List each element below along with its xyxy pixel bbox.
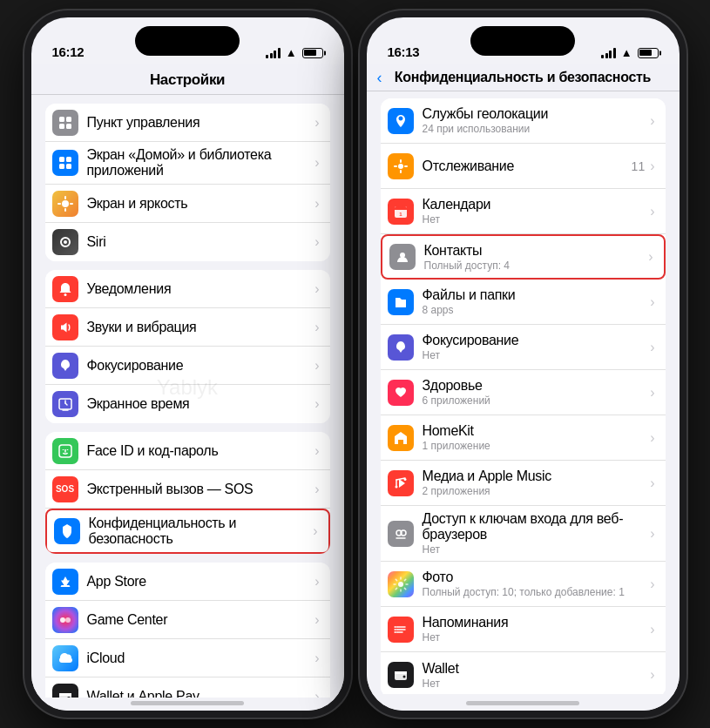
settings-item-notifications[interactable]: Уведомления › xyxy=(45,270,330,308)
privacy-item-wallet[interactable]: Wallet Нет › xyxy=(381,652,666,694)
dynamic-island-left xyxy=(135,26,240,56)
svg-rect-3 xyxy=(66,124,71,129)
settings-item-face-id[interactable]: Face ID и код-пароль › xyxy=(45,432,330,470)
settings-item-wallet[interactable]: Wallet и Apple Pay › xyxy=(45,677,330,698)
tracking-icon xyxy=(388,153,414,179)
page-title-left: Настройки xyxy=(45,71,330,89)
svg-point-8 xyxy=(62,200,69,207)
settings-group-4: App Store › Game Center › xyxy=(45,563,330,698)
settings-item-siri[interactable]: Siri › xyxy=(45,223,330,261)
svg-point-38 xyxy=(403,478,406,481)
settings-item-focus[interactable]: Фокусирование › xyxy=(45,347,330,385)
svg-rect-30 xyxy=(395,208,407,210)
phone-right: 16:13 ▲ ‹ Конфиденциальность и безопасно… xyxy=(360,10,686,718)
settings-item-sounds[interactable]: Звуки и вибрация › xyxy=(45,308,330,347)
svg-point-15 xyxy=(64,293,66,296)
svg-rect-6 xyxy=(59,164,64,169)
appstore-icon xyxy=(52,569,78,595)
media-icon xyxy=(388,470,414,496)
privacy-item-tracking[interactable]: Отслеживание 11 › xyxy=(381,144,666,189)
health-icon xyxy=(388,380,414,406)
control-center-icon xyxy=(52,110,78,136)
settings-list[interactable]: Пункт управления › Экран «Домо xyxy=(31,95,344,698)
settings-item-icloud[interactable]: iCloud › xyxy=(45,639,330,677)
settings-item-privacy[interactable]: Конфиденциальность и безопасность › xyxy=(45,509,330,554)
photos-icon xyxy=(388,571,414,597)
svg-rect-7 xyxy=(66,164,71,169)
settings-group-3: Face ID и код-пароль › SOS Экстренный вы… xyxy=(45,432,330,554)
home-screen-icon xyxy=(52,150,78,176)
signal-right xyxy=(601,48,616,58)
svg-point-47 xyxy=(394,629,396,630)
privacy-item-reminders[interactable]: Напоминания Нет › xyxy=(381,607,666,652)
privacy-item-photos[interactable]: Фото Полный доступ: 10; только добавлени… xyxy=(381,562,666,607)
privacy-icon xyxy=(54,518,80,544)
privacy-list[interactable]: Службы геолокации 24 при использовании › xyxy=(367,91,680,694)
wifi-left: ▲ xyxy=(286,46,297,59)
sounds-icon xyxy=(52,314,78,340)
settings-item-gamecenter[interactable]: Game Center › xyxy=(45,601,330,639)
settings-group-2: Уведомления › Звуки и вибрация › xyxy=(45,270,330,423)
nav-bar-right: ‹ Конфиденциальность и безопасность xyxy=(367,64,680,91)
home-indicator-right xyxy=(466,701,579,705)
privacy-item-calendars[interactable]: 1 Календари Нет › xyxy=(381,189,666,234)
svg-rect-5 xyxy=(66,157,71,162)
files-icon xyxy=(388,289,414,315)
dynamic-island-right xyxy=(470,26,575,56)
settings-item-screen-time[interactable]: Экранное время › xyxy=(45,385,330,423)
wallet2-icon xyxy=(388,662,414,688)
status-icons-right: ▲ xyxy=(601,46,658,59)
svg-point-46 xyxy=(394,626,396,628)
settings-group-1: Пункт управления › Экран «Домо xyxy=(45,104,330,261)
wallet-icon xyxy=(52,684,78,698)
privacy-item-contacts[interactable]: Контакты Полный доступ: 4 › xyxy=(381,234,666,280)
notifications-icon xyxy=(52,276,78,302)
svg-point-22 xyxy=(60,617,65,623)
page-title-right: Конфиденциальность и безопасность xyxy=(395,70,651,85)
status-icons-left: ▲ xyxy=(266,46,322,59)
svg-rect-0 xyxy=(59,117,64,122)
privacy-item-media[interactable]: Медиа и Apple Music 2 приложения › xyxy=(381,461,666,506)
privacy-item-focus[interactable]: Фокусирование Нет › xyxy=(381,325,666,370)
privacy-item-homekit[interactable]: HomeKit 1 приложение › xyxy=(381,415,666,461)
back-chevron-icon: ‹ xyxy=(377,70,382,85)
battery-right xyxy=(638,48,659,58)
settings-item-home-screen[interactable]: Экран «Домой» и библиотека приложений › xyxy=(45,142,330,185)
svg-point-27 xyxy=(398,164,403,169)
privacy-item-passwords[interactable]: Доступ к ключам входа для веб-браузеров … xyxy=(381,506,666,562)
back-button[interactable]: ‹ xyxy=(377,70,382,85)
wifi-right: ▲ xyxy=(621,46,632,59)
privacy-group: Службы геолокации 24 при использовании › xyxy=(381,98,666,694)
svg-line-19 xyxy=(65,403,67,405)
settings-item-display[interactable]: Экран и яркость › xyxy=(45,185,330,223)
svg-rect-1 xyxy=(66,117,71,122)
svg-line-37 xyxy=(396,478,405,480)
svg-rect-50 xyxy=(395,671,407,674)
svg-point-14 xyxy=(64,240,67,244)
settings-item-control-center[interactable]: Пункт управления › xyxy=(45,104,330,142)
calendars-icon: 1 xyxy=(388,199,414,225)
gamecenter-icon xyxy=(52,607,78,633)
focus-icon xyxy=(52,353,78,379)
time-right: 16:13 xyxy=(388,44,420,59)
svg-point-23 xyxy=(65,617,71,623)
svg-point-42 xyxy=(398,582,403,587)
privacy-item-location[interactable]: Службы геолокации 24 при использовании › xyxy=(381,98,666,144)
privacy-item-files[interactable]: Файлы и папки 8 apps › xyxy=(381,280,666,325)
focus2-icon xyxy=(388,334,414,361)
passwords-icon xyxy=(388,521,414,547)
signal-left xyxy=(266,48,281,58)
screen-right: ‹ Конфиденциальность и безопасность Служ… xyxy=(367,64,680,711)
svg-point-51 xyxy=(402,676,405,678)
homekit-icon xyxy=(388,425,414,451)
settings-item-emergency[interactable]: SOS Экстренный вызов — SOS › xyxy=(45,470,330,509)
wallet-label: Wallet xyxy=(423,661,651,677)
settings-item-appstore[interactable]: App Store › xyxy=(45,563,330,601)
phone-left: 16:12 ▲ Настройки xyxy=(24,10,351,718)
screen-time-icon xyxy=(52,391,78,417)
screen-left: Настройки Пункт управления xyxy=(31,64,344,711)
svg-rect-25 xyxy=(59,693,71,696)
privacy-item-health[interactable]: Здоровье 6 приложений › xyxy=(381,370,666,415)
tracking-badge: 11 xyxy=(632,159,646,173)
nav-bar-left: Настройки xyxy=(31,64,344,95)
